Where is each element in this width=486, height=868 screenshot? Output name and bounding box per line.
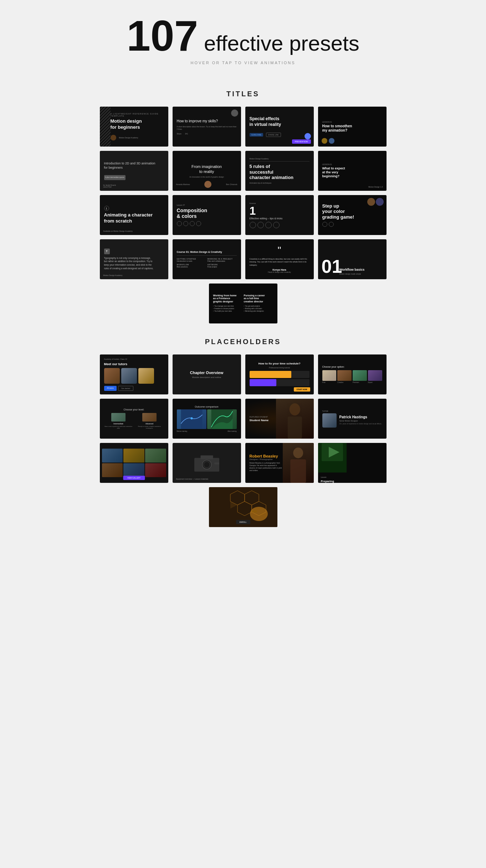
card-course-overview[interactable]: Course 01: Motion Design & Creativity Ge…: [173, 239, 241, 279]
card-step-up[interactable]: Step upyour colorgrading game!: [318, 195, 387, 235]
card-photo-grid[interactable]: VIEW GALLERY: [100, 443, 168, 483]
c3: [265, 222, 272, 228]
workflow-sub: Motion design made simple: [339, 273, 361, 275]
card-equipment[interactable]: Equipment overview — Lesson materials: [173, 443, 241, 483]
photo-3: [145, 449, 166, 463]
c1: [322, 222, 327, 227]
card-title: Meet our tutors: [104, 362, 164, 366]
card-robert-beasley[interactable]: Robert Beasley Designer / Photographer R…: [245, 443, 314, 483]
tutor-photo-3: [138, 368, 154, 384]
option-label: Creative: [337, 382, 352, 383]
card-intro[interactable]: Introduction to 2D and 3D animationfor b…: [100, 151, 168, 191]
card-desc: A short description about the lesson. Tr…: [177, 126, 237, 131]
card-meta: Motion Design Academy: [119, 137, 138, 139]
card-outcome-comparison[interactable]: Outcome comparison Before training After…: [173, 399, 241, 439]
level-name: Advanced: [145, 423, 153, 425]
preview-btn: PREVIEW NOW: [292, 139, 311, 144]
label-before: Before training: [177, 430, 187, 432]
card-title: How to fix your time schedule?: [250, 362, 309, 365]
course-item-2: Working in a project Files and collabora…: [208, 258, 237, 262]
card-sub: Professional timing tutorial: [250, 367, 309, 369]
card-title: 5 rules ofsuccessfulcharacter animation: [250, 164, 309, 180]
item-text: You get paid projects: [245, 305, 260, 307]
card-title: How to smoothenmy animation?: [322, 124, 382, 133]
col-heading: Pursuing a careeras a full-timecreative …: [244, 294, 273, 303]
register-btn[interactable]: A plan intermediate spaces: [104, 175, 126, 180]
card-brand: Motion Design Academy: [103, 274, 123, 276]
item-val: Best practices: [177, 266, 206, 268]
workflow-title: Workflow basics: [339, 268, 365, 271]
card-what-to-expect[interactable]: LESSON 01 What to expectat the verybegin…: [318, 151, 387, 191]
level-desc: Have some experience with basic animatio…: [104, 425, 133, 429]
card-title: Special effectsin virtual reality: [250, 116, 309, 127]
photo-grid: [102, 449, 166, 477]
footage-image: [318, 443, 347, 473]
card-workflow-basics[interactable]: 01 Workflow basics Motion design made si…: [318, 239, 387, 279]
photo-5: [123, 463, 144, 477]
card-from-imagination[interactable]: From imaginationto reality An innovation…: [173, 151, 241, 191]
card-title: Introduction to 2D and 3D animationfor b…: [104, 162, 164, 170]
schedule-cta[interactable]: START NOW: [294, 387, 310, 392]
tutor-btns: All tutors Get started: [104, 386, 164, 391]
card-craft-hands[interactable]: ENROLL: [209, 487, 277, 527]
person-image-area: [283, 443, 313, 483]
card-effective-editing[interactable]: #course 1 Effective editing – tips & tri…: [245, 195, 314, 235]
card-brand: Motion Design 1.0: [368, 186, 383, 188]
card-motion-design[interactable]: a lightweight reference guide template M…: [100, 107, 168, 147]
patrick-bio: 15+ years of experience in motion design…: [339, 423, 382, 425]
level-img-1: [111, 413, 126, 422]
card-time-schedule[interactable]: How to fix your time schedule? Professio…: [245, 354, 314, 394]
btn-get-started[interactable]: Get started: [118, 386, 133, 391]
spotlight-label: FEATURED STUDENT: [250, 416, 309, 418]
card-patrick-hastings[interactable]: TUTOR Patrick Hastings Senior Motion Des…: [318, 399, 387, 439]
svg-point-3: [290, 403, 300, 415]
card-composition[interactable]: Lesson 37 Composition& colors: [173, 195, 241, 235]
card-animating[interactable]: 1 Animating a characterfrom scratch Avai…: [100, 195, 168, 235]
quote-mark: ": [278, 245, 281, 255]
card-title: From imaginationto reality: [176, 164, 237, 174]
level-items: Intermediate Have some experience with b…: [104, 413, 164, 429]
card-special-effects[interactable]: Special effectsin virtual reality SUBSCR…: [245, 107, 314, 147]
tutor-photos: [104, 368, 164, 384]
option-label: Expert: [368, 382, 382, 383]
card-chapter-overview[interactable]: Chapter Overview Module description and …: [173, 354, 241, 394]
avatar: [204, 181, 211, 188]
card-choose-option[interactable]: Choose your option: Free Creative Premiu…: [318, 354, 387, 394]
item-2: •Working with a full team: [244, 308, 273, 310]
col-heading: Working from homeas a Freelancegraphic d…: [213, 294, 242, 303]
card-title: Choose your option:: [322, 366, 382, 368]
card-subtitle: An innovation in the world of graphic de…: [176, 175, 237, 178]
svg-rect-22: [252, 510, 257, 512]
craft-enroll-btn[interactable]: ENROLL: [236, 520, 250, 524]
course-item-3: Workflow Best practices: [177, 264, 206, 268]
card-cta-btn[interactable]: PREVIEW NOW: [292, 139, 311, 144]
circles-row: [177, 221, 237, 226]
grid-btn[interactable]: VIEW GALLERY: [123, 476, 145, 480]
card-how-to-improve[interactable]: How to improve my skills? A short descri…: [173, 107, 241, 147]
item-3: •You build your own rates: [213, 310, 242, 312]
photo-6: [145, 463, 166, 477]
card-number-row: 1: [104, 206, 164, 211]
lesson-number: 1: [250, 205, 309, 216]
card-how-to-smoothen[interactable]: LESSON 01 How to smoothenmy animation?: [318, 107, 387, 147]
placeholders-row-4: ENROLL: [209, 487, 277, 527]
card-preparing-footage[interactable]: Lesson Preparingthe footage How to prope…: [318, 443, 387, 483]
card-title: Choose your level:: [104, 408, 164, 411]
footage-lesson: Lesson: [321, 476, 384, 478]
avatar-1: [367, 198, 375, 206]
c2: [329, 222, 334, 227]
card-typography[interactable]: T Typography is not only conveying a mes…: [100, 239, 168, 279]
lesson-tag: #course: [250, 202, 309, 204]
btn-all-tutors[interactable]: All tutors: [104, 386, 117, 391]
card-person-spotlight[interactable]: FEATURED STUDENT Student Name: [245, 399, 314, 439]
quote-text: Creativity is a difficult thing to descr…: [250, 257, 309, 266]
author-right: Ben Chrisrock: [226, 183, 237, 185]
card-freelance-career[interactable]: Working from homeas a Freelancegraphic d…: [209, 284, 277, 323]
meta-names: by Jacole RosarioLena O'Sull: [103, 184, 116, 188]
card-kenya-quote[interactable]: " Creativity is a difficult thing to des…: [245, 239, 314, 279]
patrick-name: Patrick Hastings: [339, 415, 382, 419]
card-choose-level[interactable]: Choose your level: Intermediate Have som…: [100, 399, 168, 439]
card-meet-tutors[interactable]: Academy of motion, Class 12 Meet our tut…: [100, 354, 168, 394]
card-5-rules[interactable]: Motion Design Academy 5 rules ofsuccessf…: [245, 151, 314, 191]
item-val: Final project: [208, 266, 237, 268]
